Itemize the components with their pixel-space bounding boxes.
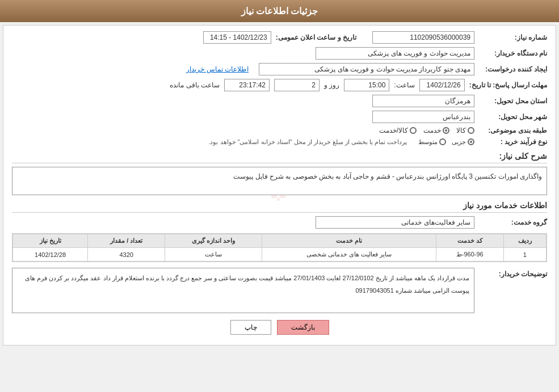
deadline-row: مهلت ارسال پاسخ: تا تاریخ: 1402/12/26 سا… xyxy=(12,79,547,91)
city-value: بندرعباس xyxy=(372,111,474,123)
radio-jozi-circle xyxy=(468,138,474,145)
need-number-label: شماره نیاز: xyxy=(479,33,547,41)
city-row: شهر محل تحویل: بندرعباس xyxy=(12,111,547,123)
process-options: جزیی متوسط پرداخت تمام یا بخشی از مبلغ خ… xyxy=(208,138,474,146)
creator-value: مهدی جتو کاربرداز مدیریت حوادث و فوریت ه… xyxy=(259,63,474,75)
cell-unit: ساعت xyxy=(165,248,262,262)
col-unit: واحد اندازه گیری xyxy=(165,234,262,248)
buyer-notes-row: توضیحات خریدار: مدت قرارداد یک ماهه میبا… xyxy=(12,268,547,313)
category-radio-kala-khedmat[interactable]: کالا/خدمت xyxy=(379,127,417,134)
page-header: جزئیات اطلاعات نیاز xyxy=(0,0,559,22)
deadline-time-label: ساعت: xyxy=(394,81,414,89)
radio-khedmat-circle xyxy=(443,127,449,134)
radio-motavasset-label: متوسط xyxy=(418,138,438,146)
col-name: نام خدمت xyxy=(262,234,436,248)
services-section-title: اطلاعات خدمات مورد نیاز xyxy=(12,201,547,213)
buyer-notes-box: مدت قرارداد یک ماهه میباشد از تاریخ 27/1… xyxy=(12,268,474,313)
process-jozi[interactable]: جزیی xyxy=(452,138,474,146)
department-value: مدیریت حوادث و فوریت های پزشکی xyxy=(316,47,474,60)
deadline-days-label: روز و xyxy=(324,81,339,89)
radio-jozi-label: جزیی xyxy=(452,138,466,146)
date-announce-label: تاریخ و ساعت اعلان عمومی: xyxy=(276,33,356,41)
creator-label: ایجاد کننده درخواست: xyxy=(479,65,547,73)
radio-khedmat-label: خدمت xyxy=(423,127,441,134)
province-value: هرمزگان xyxy=(372,95,474,107)
cell-quantity: 4320 xyxy=(88,248,165,262)
col-qty: تعداد / مقدار xyxy=(88,234,165,248)
service-group-value: سایر فعالیت‌های خدماتی xyxy=(316,216,474,229)
deadline-label: مهلت ارسال پاسخ: تا تاریخ: xyxy=(469,81,547,89)
col-code: کد خدمت xyxy=(436,234,503,248)
process-label: نوع فرآیند خرید : xyxy=(479,138,547,146)
buttons-row: بازگشت چاپ xyxy=(12,320,547,335)
cell-date: 1402/12/28 xyxy=(13,248,88,262)
print-button[interactable]: چاپ xyxy=(230,320,271,335)
col-radif: ردیف xyxy=(503,234,546,248)
service-group-label: گروه خدمت: xyxy=(479,218,547,226)
cell-code: 960-96-ط xyxy=(436,248,503,262)
contact-link[interactable]: اطلاعات تماس خریدار xyxy=(186,65,249,73)
back-button[interactable]: بازگشت xyxy=(277,320,329,335)
department-row: نام دستگاه خریدار: مدیریت حوادث و فوریت … xyxy=(12,47,547,60)
date-announce-value: 1402/12/23 - 14:15 xyxy=(203,31,271,44)
radio-kala-circle xyxy=(468,127,474,134)
services-table-container: ردیف کد خدمت نام خدمت واحد اندازه گیری ت… xyxy=(12,233,547,262)
description-box: واگذاری امورات تکنسین 3 پایگاه اورژانس ب… xyxy=(12,167,547,195)
table-row: 1960-96-طسایر فعالیت های خدماتی شخصیساعت… xyxy=(13,248,547,262)
process-row: نوع فرآیند خرید : جزیی متوسط پرداخت تمام… xyxy=(12,138,547,146)
cell-row: 1 xyxy=(503,248,546,262)
service-group-row: گروه خدمت: سایر فعالیت‌های خدماتی xyxy=(12,216,547,229)
creator-row: ایجاد کننده درخواست: مهدی جتو کاربرداز م… xyxy=(12,63,547,75)
need-number-value: 1102090536000039 xyxy=(372,31,474,44)
table-header-row: ردیف کد خدمت نام خدمت واحد اندازه گیری ت… xyxy=(13,234,547,248)
main-content: 🛡 شماره نیاز: 1102090536000039 تاریخ و س… xyxy=(3,25,556,345)
buyer-notes-label: توضیحات خریدار: xyxy=(479,270,547,278)
need-number-row: شماره نیاز: 1102090536000039 تاریخ و ساع… xyxy=(12,31,547,44)
page-container: جزئیات اطلاعات نیاز 🛡 شماره نیاز: 110209… xyxy=(0,0,559,345)
category-label: طبقه بندی موضوعی: xyxy=(479,127,547,134)
deadline-remaining-label: ساعت باقی مانده xyxy=(170,81,220,89)
province-label: استان محل تحویل: xyxy=(479,97,547,105)
category-radio-group: کالا خدمت کالا/خدمت xyxy=(379,127,474,134)
category-radio-khedmat[interactable]: خدمت xyxy=(423,127,449,134)
radio-kala-khedmat-label: کالا/خدمت xyxy=(379,127,408,134)
province-row: استان محل تحویل: هرمزگان xyxy=(12,95,547,107)
radio-motavasset-circle xyxy=(439,138,446,145)
process-motavasset[interactable]: متوسط xyxy=(418,138,446,146)
description-section-title: شرح کلی نیاز: xyxy=(12,151,547,163)
category-row: طبقه بندی موضوعی: کالا خدمت کالا/خدمت xyxy=(12,127,547,134)
col-date: تاریخ نیاز xyxy=(13,234,88,248)
category-radio-kala[interactable]: کالا xyxy=(456,127,474,134)
radio-kala-khedmat-circle xyxy=(410,127,417,134)
deadline-date: 1402/12/26 xyxy=(419,79,465,91)
deadline-days: 2 xyxy=(274,79,320,91)
header-title: جزئیات اطلاعات نیاز xyxy=(241,6,318,16)
deadline-time: 15:00 xyxy=(344,79,389,91)
city-label: شهر محل تحویل: xyxy=(479,113,547,121)
deadline-remaining: 23:17:42 xyxy=(224,79,270,91)
radio-kala-label: کالا xyxy=(456,127,466,134)
process-note: پرداخت تمام یا بخشی از مبلغ خریدار از مح… xyxy=(208,138,407,146)
department-label: نام دستگاه خریدار: xyxy=(479,49,547,57)
services-table: ردیف کد خدمت نام خدمت واحد اندازه گیری ت… xyxy=(12,234,547,262)
cell-name: سایر فعالیت های خدماتی شخصی xyxy=(262,248,436,262)
